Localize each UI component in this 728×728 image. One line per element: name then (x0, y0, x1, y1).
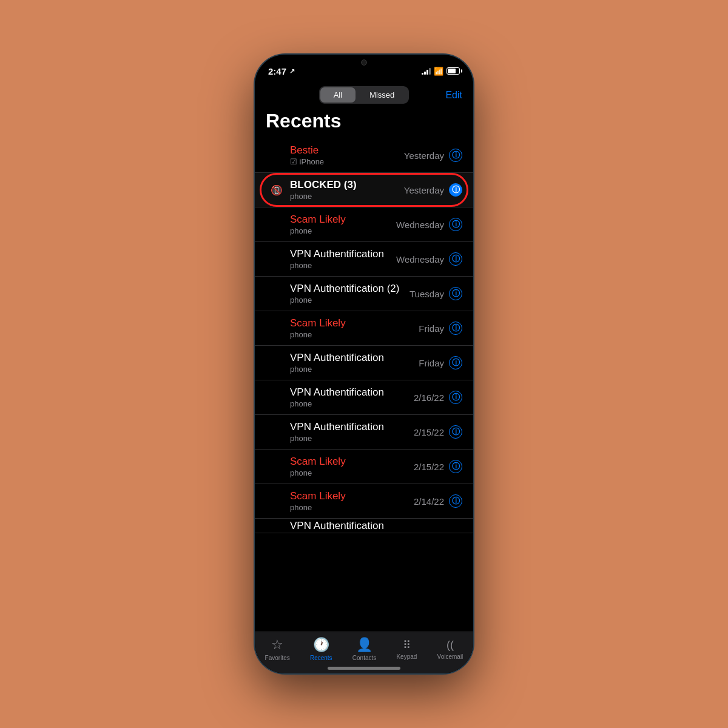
call-right: Friday ⓘ (419, 356, 462, 369)
blocked-phone-icon: 📵 (271, 184, 283, 196)
call-item-bestie[interactable]: Bestie ☑ iPhone Yesterday ⓘ (255, 138, 473, 173)
call-item-vpn-215[interactable]: VPN Authentification phone 2/15/22 ⓘ (255, 415, 473, 450)
segment-all[interactable]: All (320, 87, 356, 103)
info-button[interactable]: ⓘ (449, 425, 462, 439)
call-item-scam-214[interactable]: Scam Likely phone 2/14/22 ⓘ (255, 484, 473, 519)
call-item-vpn-partial[interactable]: VPN Authentification (255, 519, 473, 533)
notch (318, 55, 410, 72)
contacts-label: Contacts (352, 655, 376, 661)
home-indicator (328, 667, 400, 670)
call-name: Scam Likely (290, 456, 414, 468)
battery-fill (448, 69, 456, 73)
call-name: Scam Likely (290, 490, 414, 502)
call-item-scam-215[interactable]: Scam Likely phone 2/15/22 ⓘ (255, 450, 473, 484)
recents-title: Recents (255, 107, 473, 138)
info-button[interactable]: ⓘ (449, 287, 462, 300)
info-button[interactable]: ⓘ (449, 460, 462, 473)
call-name: VPN Authentification (2) (290, 283, 410, 295)
keypad-label: Keypad (396, 653, 417, 660)
call-item-scam-wednesday[interactable]: Scam Likely phone Wednesday ⓘ (255, 207, 473, 242)
call-info: VPN Authentification phone (288, 352, 419, 374)
tab-contacts[interactable]: 👤 Contacts (352, 637, 376, 661)
call-date: 2/16/22 (414, 393, 444, 403)
call-right: Wednesday ⓘ (396, 252, 462, 266)
call-date: Yesterday (404, 185, 444, 195)
call-info: VPN Authentification phone (288, 386, 414, 408)
call-info: Scam Likely phone (288, 456, 414, 477)
tab-recents[interactable]: 🕐 Recents (310, 637, 332, 661)
call-date: 2/15/22 (414, 462, 444, 472)
call-date: Wednesday (396, 254, 444, 265)
info-button[interactable]: ⓘ (449, 494, 462, 508)
favorites-icon: ☆ (271, 637, 283, 653)
call-sub: phone (290, 295, 410, 305)
segment-missed[interactable]: Missed (356, 87, 408, 103)
call-name: VPN Authentification (290, 520, 462, 532)
phone-outer: 2:47 ↗ 📶 (255, 55, 473, 673)
call-date: Tuesday (410, 289, 444, 299)
contacts-icon: 👤 (356, 637, 372, 653)
call-date: Friday (419, 358, 444, 368)
call-name: VPN Authentification (290, 248, 396, 260)
call-name: Bestie (290, 144, 404, 157)
call-info: VPN Authentification (2) phone (288, 283, 410, 305)
call-sub: phone (290, 365, 419, 374)
call-name: Scam Likely (290, 214, 396, 226)
call-info: Bestie ☑ iPhone (288, 144, 404, 166)
call-item-vpn-friday[interactable]: VPN Authentification phone Friday ⓘ (255, 346, 473, 380)
call-date: Friday (419, 323, 444, 334)
notch-camera (361, 59, 367, 66)
call-item-blocked[interactable]: 📵 BLOCKED (3) phone Yesterday ⓘ (255, 173, 473, 207)
tab-voicemail[interactable]: (( Voicemail (437, 639, 463, 660)
status-time: 2:47 (268, 66, 286, 76)
info-button[interactable]: ⓘ (449, 218, 462, 231)
call-right: 2/14/22 ⓘ (414, 494, 462, 508)
call-date: Yesterday (404, 150, 444, 161)
call-right: Friday ⓘ (419, 322, 462, 335)
call-list: Bestie ☑ iPhone Yesterday ⓘ 📵 (255, 138, 473, 632)
info-button-blocked[interactable]: ⓘ (449, 183, 462, 197)
call-name: VPN Authentification (290, 421, 414, 433)
voicemail-icon: (( (447, 639, 454, 652)
call-date: Wednesday (396, 220, 444, 230)
call-info: BLOCKED (3) phone (288, 179, 404, 201)
info-button[interactable]: ⓘ (449, 149, 462, 162)
call-date: 2/14/22 (414, 496, 444, 507)
call-sub: phone (290, 468, 414, 477)
location-arrow-icon: ↗ (289, 67, 295, 75)
info-button[interactable]: ⓘ (449, 322, 462, 335)
call-name: VPN Authentification (290, 352, 419, 364)
call-name: Scam Likely (290, 317, 419, 329)
call-info: VPN Authentification phone (288, 421, 414, 443)
battery-icon (447, 67, 460, 75)
call-info: Scam Likely phone (288, 490, 414, 512)
call-name: BLOCKED (3) (290, 179, 404, 191)
segment-bar: All Missed Edit (255, 81, 473, 107)
voicemail-label: Voicemail (437, 653, 463, 660)
call-item-vpn-tuesday[interactable]: VPN Authentification (2) phone Tuesday ⓘ (255, 277, 473, 311)
recents-label: Recents (310, 655, 332, 661)
signal-icon (422, 68, 431, 75)
call-item-scam-friday[interactable]: Scam Likely phone Friday ⓘ (255, 311, 473, 346)
page-background: 2:47 ↗ 📶 (0, 0, 728, 728)
call-item-vpn-wednesday[interactable]: VPN Authentification phone Wednesday ⓘ (255, 242, 473, 277)
info-button[interactable]: ⓘ (449, 391, 462, 404)
call-right: Yesterday ⓘ (404, 183, 462, 197)
call-info: VPN Authentification (288, 520, 462, 532)
call-sub: phone (290, 192, 404, 201)
call-item-vpn-216[interactable]: VPN Authentification phone 2/16/22 ⓘ (255, 380, 473, 415)
tab-keypad[interactable]: ⠿ Keypad (396, 638, 417, 660)
edit-button[interactable]: Edit (445, 90, 462, 101)
call-right: 2/15/22 ⓘ (414, 460, 462, 473)
call-sub: phone (290, 226, 396, 235)
call-right: Wednesday ⓘ (396, 218, 462, 231)
info-button[interactable]: ⓘ (449, 356, 462, 369)
call-right: Yesterday ⓘ (404, 149, 462, 162)
call-right: 2/16/22 ⓘ (414, 391, 462, 404)
segment-control: All Missed (319, 86, 410, 104)
call-info: Scam Likely phone (288, 214, 396, 235)
favorites-label: Favorites (265, 655, 290, 661)
tab-favorites[interactable]: ☆ Favorites (265, 637, 290, 661)
call-sub: phone (290, 261, 396, 270)
info-button[interactable]: ⓘ (449, 252, 462, 266)
